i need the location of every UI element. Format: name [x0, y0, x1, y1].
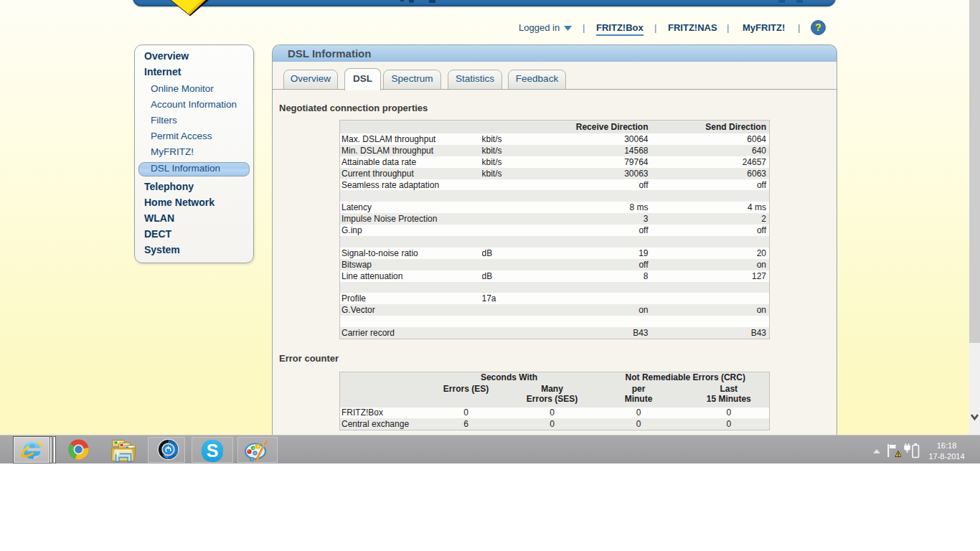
svg-text:?: ?: [815, 22, 821, 33]
